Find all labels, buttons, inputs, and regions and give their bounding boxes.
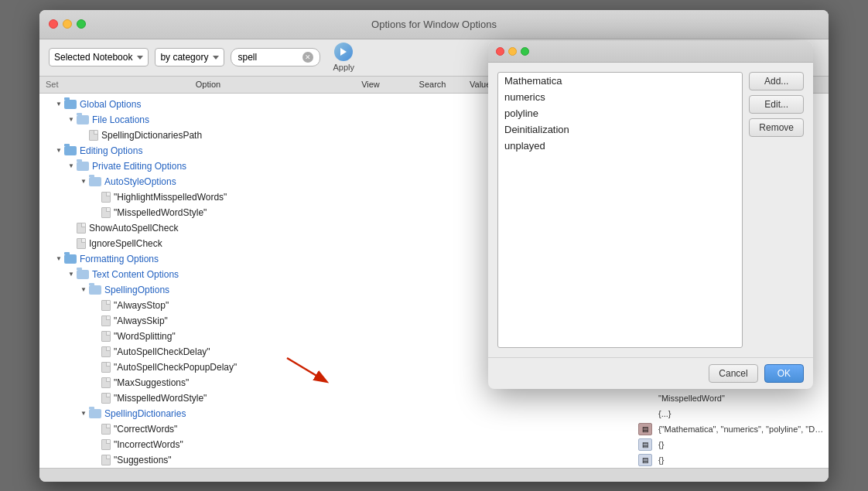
file-icon <box>101 346 111 357</box>
view-button[interactable]: ▤ <box>638 454 652 466</box>
ok-button[interactable]: OK <box>764 364 804 383</box>
list-item[interactable]: "IncorrectWords" ▤ {} <box>39 437 829 452</box>
apply-label: Apply <box>333 63 354 72</box>
remove-button[interactable]: Remove <box>749 118 804 137</box>
item-label: "AlwaysSkip" <box>114 315 376 326</box>
expand-icon <box>67 116 75 124</box>
close-button[interactable] <box>49 19 58 29</box>
dialog-minimize-button[interactable] <box>508 47 517 56</box>
expand-icon <box>80 410 87 418</box>
traffic-lights <box>49 19 86 29</box>
file-icon <box>101 424 111 435</box>
expand-icon <box>55 101 63 108</box>
search-input[interactable] <box>238 52 299 63</box>
title-bar: Options for Window Options <box>39 10 829 39</box>
item-label: "AlwaysStop" <box>114 300 376 311</box>
dialog-maximize-button[interactable] <box>521 47 529 56</box>
dialog-traffic-lights <box>496 47 529 56</box>
main-window: Options for Window Options Selected Note… <box>39 10 829 482</box>
apply-icon <box>334 43 353 61</box>
svg-marker-0 <box>340 48 347 56</box>
list-item[interactable]: SpellingDictionaries {...} <box>39 406 829 421</box>
item-label: AutoStyleOptions <box>104 176 380 187</box>
list-item[interactable]: Mathematica <box>498 73 742 89</box>
item-label: "AutoSpellCheckPopupDelay" <box>114 362 376 373</box>
item-label: "MisspelledWordStyle" <box>114 393 384 404</box>
file-icon <box>101 315 111 326</box>
folder-icon <box>77 115 89 124</box>
item-label: "AutoSpellCheckDelay" <box>114 346 384 357</box>
category-dropdown[interactable]: by category <box>155 48 224 66</box>
item-label: ShowAutoSpellCheck <box>89 223 365 234</box>
list-item[interactable]: Deinitialization <box>498 121 742 138</box>
expand-icon <box>55 147 63 155</box>
item-label: "Suggestions" <box>114 455 376 465</box>
dialog-action-buttons: Add... Edit... Remove <box>749 72 804 348</box>
folder-icon <box>64 100 77 109</box>
search-box: ✕ <box>231 48 320 66</box>
expand-icon <box>67 162 75 170</box>
search-clear-button[interactable]: ✕ <box>302 52 313 63</box>
file-icon <box>77 223 86 234</box>
file-icon <box>101 192 111 203</box>
item-value: {...} <box>655 409 825 418</box>
dialog-content: Mathematica numerics polyline Deinitiali… <box>488 63 813 357</box>
add-button[interactable]: Add... <box>749 72 804 90</box>
file-icon <box>101 331 111 342</box>
folder-icon <box>64 254 77 264</box>
dialog-close-button[interactable] <box>496 47 504 56</box>
col-view-header: View <box>340 80 402 89</box>
list-item[interactable]: numerics <box>498 89 742 105</box>
item-label: SpellingDictionaries <box>104 408 380 419</box>
expand-icon <box>67 271 75 278</box>
apply-button[interactable]: Apply <box>326 39 361 75</box>
item-value: {} <box>655 440 825 449</box>
maximize-button[interactable] <box>77 19 86 29</box>
folder-icon <box>77 162 89 171</box>
item-value: {} <box>655 455 825 465</box>
item-label: "HighlightMisspelledWords" <box>114 192 378 203</box>
list-item[interactable]: polyline <box>498 105 742 121</box>
file-icon <box>101 300 111 311</box>
notebook-dropdown-label: Selected Notebook <box>54 52 132 63</box>
file-icon <box>101 207 111 218</box>
horizontal-scrollbar[interactable] <box>39 468 829 482</box>
file-icon <box>77 238 86 249</box>
list-item[interactable]: "Suggestions" ▤ {} <box>39 452 829 468</box>
window-title: Options for Window Options <box>371 19 497 30</box>
list-item[interactable]: "CorrectWords" ▤ {"Mathematica", "numeri… <box>39 421 829 437</box>
list-item[interactable]: unplayed <box>498 138 742 154</box>
item-label: "CorrectWords" <box>114 424 376 435</box>
item-value: "MisspelledWord" <box>655 394 825 403</box>
list-item[interactable]: "MisspelledWordStyle" "MisspelledWord" <box>39 390 829 406</box>
expand-icon <box>55 255 63 263</box>
item-label: SpellingDictionariesPath <box>101 130 370 141</box>
dialog-title-bar <box>488 41 813 63</box>
file-icon <box>101 455 111 465</box>
item-label: "MisspelledWordStyle" <box>114 207 376 218</box>
notebook-dropdown[interactable]: Selected Notebook <box>49 48 149 66</box>
file-icon <box>101 362 111 373</box>
view-button[interactable]: ▤ <box>638 438 652 451</box>
col-search-header: Search <box>402 80 463 89</box>
file-icon <box>101 393 111 404</box>
category-dropdown-label: by category <box>160 52 208 63</box>
expand-icon <box>80 286 87 294</box>
item-label: SpellingOptions <box>104 285 380 295</box>
item-label: "MaxSuggestions" <box>114 377 384 388</box>
edit-button[interactable]: Edit... <box>749 95 804 114</box>
col-set-header: Set <box>46 80 77 89</box>
dictionary-list: Mathematica numerics polyline Deinitiali… <box>497 72 743 348</box>
item-value: {"Mathematica", "numerics", "polyline", … <box>655 425 825 434</box>
col-option-header: Option <box>77 80 340 89</box>
dialog-footer: Cancel OK <box>488 357 813 389</box>
minimize-button[interactable] <box>63 19 72 29</box>
item-label: "WordSplitting" <box>114 331 376 342</box>
folder-icon <box>77 270 89 279</box>
folder-icon <box>89 409 101 418</box>
folder-icon <box>89 177 101 186</box>
folder-icon <box>64 146 77 155</box>
cancel-button[interactable]: Cancel <box>709 364 757 383</box>
view-button[interactable]: ▤ <box>638 423 652 435</box>
folder-icon <box>89 285 101 295</box>
